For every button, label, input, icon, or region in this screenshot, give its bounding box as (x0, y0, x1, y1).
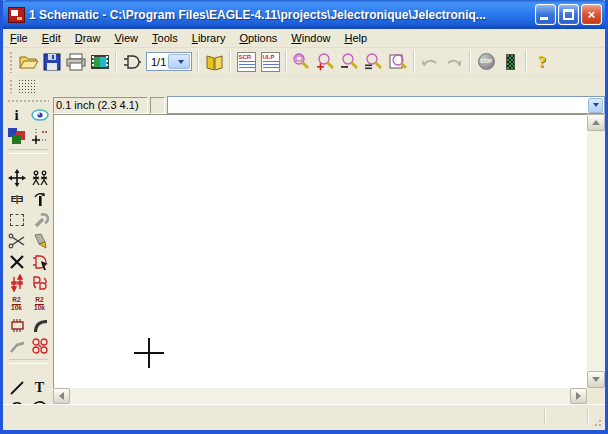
copy-tool-button[interactable] (30, 168, 50, 188)
wire-tool-button[interactable] (7, 378, 27, 398)
redo-icon (444, 54, 464, 70)
go-traffic-icon (506, 54, 515, 70)
go-button[interactable] (498, 50, 522, 74)
name-tool-button[interactable]: R2 10k (7, 294, 27, 314)
command-dropdown-arrow-icon[interactable] (588, 98, 603, 113)
gateswap-tool-button[interactable] (30, 273, 50, 293)
group-tool-button[interactable] (7, 210, 27, 230)
command-input[interactable] (168, 98, 587, 112)
menu-view[interactable]: View (107, 30, 145, 46)
split-icon (8, 338, 26, 354)
save-button[interactable] (40, 50, 64, 74)
copy-icon (31, 170, 49, 186)
text-tool-button[interactable]: T (30, 378, 50, 398)
show-tool-button[interactable] (30, 105, 50, 125)
menu-file[interactable]: File (3, 30, 35, 46)
zoom-in-icon (316, 52, 336, 72)
menu-draw[interactable]: Draw (68, 30, 108, 46)
title-bar[interactable]: 1 Schematic - C:\Program Files\EAGLE-4.1… (0, 0, 608, 29)
sheet-selector[interactable]: 1/1 (146, 52, 192, 71)
paste-tool-button[interactable] (30, 231, 50, 251)
zoom-select-button[interactable] (362, 50, 386, 74)
print-button[interactable] (64, 50, 88, 74)
invoke-icon (31, 337, 49, 355)
board-button[interactable] (120, 50, 144, 74)
add-tool-button[interactable] (30, 252, 50, 272)
name-icon: R2 10k (11, 297, 22, 311)
mark-tool-button[interactable] (30, 126, 50, 146)
arrow-down-icon (592, 377, 600, 382)
scroll-down-button[interactable] (587, 371, 605, 388)
group-icon (10, 214, 24, 226)
info-tool-button[interactable]: i (7, 105, 27, 125)
redo-button[interactable] (442, 50, 466, 74)
miter-tool-button[interactable] (30, 315, 50, 335)
status-separator (544, 409, 546, 424)
toolbar-separator (229, 51, 231, 73)
sheet-selector-value: 1/1 (147, 56, 167, 68)
sheet-dropdown-arrow-icon[interactable] (168, 54, 190, 69)
help-button[interactable]: ? (530, 50, 554, 74)
pinswap-icon (8, 274, 26, 292)
use-library-button[interactable] (202, 50, 226, 74)
open-button[interactable] (16, 50, 40, 74)
resize-grip[interactable] (590, 415, 603, 428)
menu-edit[interactable]: Edit (35, 30, 68, 46)
menu-window[interactable]: Window (284, 30, 337, 46)
vertical-scrollbar[interactable] (587, 114, 605, 388)
menu-tools[interactable]: Tools (145, 30, 185, 46)
cut-tool-button[interactable] (7, 231, 27, 251)
command-line-combobox[interactable] (167, 96, 605, 114)
undo-button[interactable] (418, 50, 442, 74)
delete-tool-button[interactable] (7, 252, 27, 272)
status-bar (3, 404, 605, 430)
paste-glue-icon (31, 232, 49, 250)
add-part-icon (31, 253, 49, 271)
schematic-canvas[interactable] (53, 114, 587, 388)
toolbar-grip[interactable] (9, 79, 13, 93)
scroll-up-button[interactable] (587, 114, 605, 131)
run-script-button[interactable]: SCR (234, 50, 258, 74)
move-tool-button[interactable] (7, 168, 27, 188)
split-tool-button[interactable] (7, 336, 27, 356)
horizontal-scrollbar[interactable] (53, 388, 587, 404)
palette-separator (9, 359, 48, 364)
mirror-tool-button[interactable]: E|Ǝ (7, 189, 27, 209)
zoom-redraw-icon (388, 52, 408, 72)
mark-crosshair-icon (31, 127, 49, 145)
invoke-tool-button[interactable] (30, 336, 50, 356)
menu-help[interactable]: Help (337, 30, 374, 46)
scrollbar-corner (587, 388, 605, 404)
menu-library[interactable]: Library (185, 30, 233, 46)
palette-separator (9, 149, 48, 154)
change-tool-button[interactable] (30, 210, 50, 230)
palette-grip[interactable] (7, 99, 49, 103)
minimize-button[interactable] (535, 4, 556, 25)
pinswap-tool-button[interactable] (7, 273, 27, 293)
maximize-button[interactable] (558, 4, 579, 25)
zoom-select-icon (364, 52, 384, 72)
scroll-left-button[interactable] (53, 388, 70, 404)
menu-options[interactable]: Options (232, 30, 284, 46)
value-tool-button[interactable]: R2 10k (30, 294, 50, 314)
display-tool-button[interactable] (7, 126, 27, 146)
smash-tool-button[interactable] (7, 315, 27, 335)
rotate-tool-button[interactable] (30, 189, 50, 209)
zoom-in-button[interactable] (314, 50, 338, 74)
run-ulp-button[interactable]: ULP (258, 50, 282, 74)
zoom-out-button[interactable] (338, 50, 362, 74)
cam-processor-button[interactable] (88, 50, 112, 74)
scroll-right-button[interactable] (570, 388, 587, 404)
toolbar-separator (525, 51, 527, 73)
zoom-redraw-button[interactable] (386, 50, 410, 74)
stop-button[interactable]: STOP (474, 50, 498, 74)
scissors-icon (8, 233, 26, 249)
close-button[interactable]: × (581, 4, 602, 25)
toolbar-separator (197, 51, 199, 73)
modifier-display (150, 97, 165, 114)
grid-button[interactable] (16, 77, 38, 95)
toolbar-grip[interactable] (9, 51, 13, 73)
eagle-schematic-icon[interactable] (8, 7, 25, 23)
zoom-fit-button[interactable] (290, 50, 314, 74)
printer-icon (66, 53, 86, 71)
